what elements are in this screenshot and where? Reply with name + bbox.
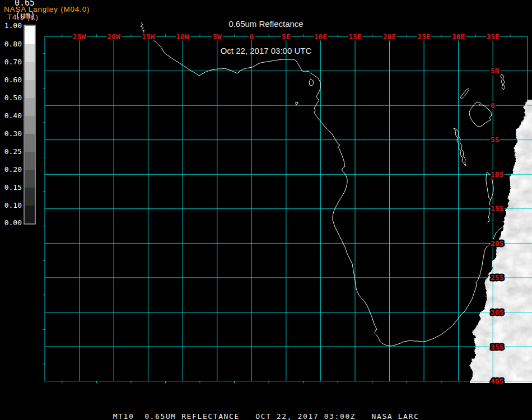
lon-label: 30E: [452, 32, 465, 41]
colorbar-segment: [25, 188, 35, 206]
image-footer-caption: MT10 0.65UM REFLECTANCE OCT 22, 2017 03:…: [0, 412, 532, 420]
lat-label: 20S: [491, 239, 504, 248]
colorbar-tick-label: 0.15: [4, 183, 22, 192]
colorbar-tick-label: 0.60: [4, 76, 22, 84]
map-canvas: 1.00 0.80 0.70 0.60 0.50 0.40 0.30 0.25 …: [0, 0, 532, 420]
lon-label: 10W: [176, 32, 189, 41]
lat-label: 30S: [491, 308, 504, 316]
lat-label: 40S: [491, 377, 504, 385]
colorbar-segment: [25, 98, 35, 116]
bioko-island-outline: [309, 79, 314, 86]
colorbar-segment: [25, 170, 35, 188]
satellite-image-viewer: 0.65um Reflectance Oct 22, 2017 03:00 UT…: [0, 0, 532, 420]
colorbar-tick-label: 0.25: [4, 147, 22, 156]
lake-turkana-outline: [501, 74, 505, 90]
graticule: [43, 35, 532, 384]
lat-label: 15S: [491, 204, 504, 213]
lon-label: 0: [249, 32, 254, 41]
sao-tome-island-outline: [296, 102, 298, 105]
colorbar-segment: [25, 80, 35, 98]
colorbar: 1.00 0.80 0.70 0.60 0.50 0.40 0.30 0.25 …: [4, 21, 35, 227]
lat-label: 5S: [491, 136, 500, 144]
colorbar-tick-label: 0.40: [4, 111, 22, 120]
lat-label: 35S: [491, 343, 504, 351]
lat-label: 0: [491, 101, 495, 110]
lake-albert-outline: [460, 88, 469, 99]
colorbar-tick-label: 0.80: [4, 40, 22, 48]
colorbar-tick-label: 0.70: [4, 58, 22, 66]
lon-label: 5W: [213, 32, 222, 41]
lon-label: 10E: [314, 32, 327, 41]
lat-label: 5N: [491, 67, 500, 75]
colorbar-tick-label: 0.30: [4, 129, 22, 138]
lat-label: 10S: [491, 170, 504, 179]
lon-label: 15W: [142, 32, 155, 41]
lon-label: 25W: [73, 32, 86, 41]
lake-tanganyika-outline: [454, 128, 466, 166]
colorbar-segment: [25, 116, 35, 134]
colorbar-segment: [25, 206, 35, 223]
colorbar-tick-label: 0.20: [4, 165, 22, 174]
colorbar-segment: [25, 152, 35, 170]
colorbar-tick-label: 1.00: [4, 21, 22, 30]
parallel-lines: [45, 36, 532, 381]
colorbar-segment: [25, 134, 35, 152]
product-label: T4-5 (K): [7, 13, 39, 21]
lon-label: 25E: [417, 32, 430, 41]
lon-label: 5E: [282, 32, 291, 41]
colorbar-tick-label: 0.10: [4, 201, 22, 209]
lon-label: 20E: [383, 32, 396, 41]
lon-label: 20W: [107, 32, 120, 41]
colorbar-tick-label: 0.50: [4, 94, 22, 102]
lat-label: 25S: [491, 273, 504, 282]
credit-label: NASA Langley (M04.0): [4, 5, 90, 13]
colorbar-tick-label: 0.00: [4, 218, 22, 227]
lon-label: 15E: [348, 32, 361, 41]
colorbar-segment: [25, 62, 35, 80]
colorbar-segment: [25, 26, 35, 44]
colorbar-segment: [25, 44, 35, 62]
lon-label: 35E: [486, 32, 499, 41]
